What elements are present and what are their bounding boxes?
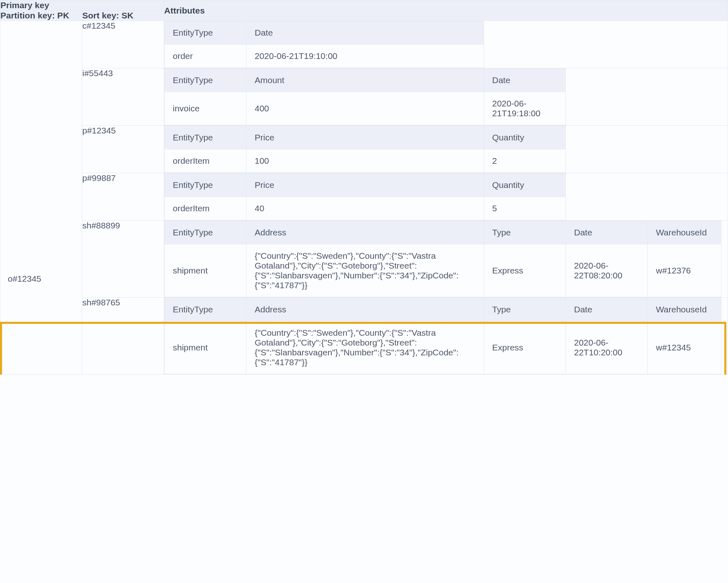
attributes-inner-table: EntityType Price Quantity orderItem 40 5 — [164, 173, 566, 220]
table-row: sh#88899 EntityType Address Type Date Wa… — [0, 221, 728, 298]
attr-header: Date — [566, 298, 648, 321]
attr-header: EntityType — [165, 221, 246, 244]
attr-value: 400 — [246, 92, 484, 125]
cell-attributes: EntityType Date order 2020-06-21T19:10:0… — [164, 21, 728, 68]
header-sort-key: Sort key: SK — [82, 11, 164, 21]
attr-header: EntityType — [165, 69, 246, 92]
attr-header: Quantity — [484, 174, 566, 197]
cell-attributes: EntityType Amount Date invoice 400 2020-… — [164, 68, 728, 126]
cell-attributes: EntityType Address Type Date WarehouseId… — [164, 221, 728, 298]
attr-value: orderItem — [165, 197, 246, 220]
cell-sort-key: p#12345 — [82, 126, 164, 173]
cell-attributes: EntityType Price Quantity orderItem 40 5 — [164, 173, 728, 221]
attr-value: order — [165, 45, 246, 68]
attr-header: EntityType — [165, 298, 246, 321]
attr-value: 100 — [246, 149, 484, 173]
cell-sort-key: i#55443 — [82, 68, 164, 126]
attr-value: w#12345 — [648, 321, 721, 374]
attr-header: Address — [246, 221, 484, 244]
attr-header: Price — [246, 174, 484, 197]
attributes-inner-table: EntityType Address Type Date WarehouseId… — [164, 298, 721, 374]
attr-value: 2 — [484, 149, 566, 173]
table-row: o#12345 c#12345 EntityType Date order 20… — [0, 21, 728, 68]
table-row: p#12345 EntityType Price Quantity orderI… — [0, 126, 728, 173]
header-attributes: Attributes — [164, 0, 728, 21]
attr-value: 5 — [484, 197, 566, 220]
attr-value: Express — [484, 321, 566, 374]
attr-value: Express — [484, 244, 566, 297]
partition-key-value: o#12345 — [8, 274, 77, 284]
attr-header: Date — [484, 69, 566, 92]
cell-sort-key: c#12345 — [82, 21, 164, 68]
cell-sort-key: p#99887 — [82, 173, 164, 221]
cell-partition-key: o#12345 — [0, 21, 82, 375]
attributes-inner-table: EntityType Amount Date invoice 400 2020-… — [164, 68, 566, 125]
attr-value: orderItem — [165, 149, 246, 173]
attr-header: WarehouseId — [648, 221, 721, 244]
attr-header: Date — [246, 21, 484, 45]
header-primary-key: Primary key — [0, 0, 164, 11]
attributes-inner-table: EntityType Date order 2020-06-21T19:10:0… — [164, 21, 484, 68]
attr-value: shipment — [165, 244, 246, 297]
header-partition-key: Partition key: PK — [0, 11, 82, 21]
attr-value: 40 — [246, 197, 484, 220]
attr-header: EntityType — [165, 174, 246, 197]
cell-sort-key: sh#98765 — [82, 298, 164, 375]
attr-value: 2020-06-22T10:20:00 — [566, 321, 648, 374]
attr-value: {"Country":{"S":"Sweden"},"County":{"S":… — [246, 321, 484, 374]
items-table: Primary key Attributes Partition key: PK… — [0, 0, 728, 375]
cell-attributes: EntityType Address Type Date WarehouseId… — [164, 298, 728, 375]
attr-header: Price — [246, 126, 484, 149]
attr-header: Date — [566, 221, 648, 244]
attr-header: Amount — [246, 69, 484, 92]
attributes-inner-table: EntityType Price Quantity orderItem 100 … — [164, 126, 566, 173]
attr-header: Quantity — [484, 126, 566, 149]
attr-header: EntityType — [165, 126, 246, 149]
attr-value: {"Country":{"S":"Sweden"},"County":{"S":… — [246, 244, 484, 297]
attr-value: 2020-06-21T19:10:00 — [246, 45, 484, 68]
attr-header: EntityType — [165, 21, 246, 45]
attr-value: 2020-06-21T19:18:00 — [484, 92, 566, 125]
attr-value: shipment — [165, 321, 246, 374]
table-row: sh#98765 EntityType Address Type Date Wa… — [0, 298, 728, 375]
table-row: p#99887 EntityType Price Quantity orderI… — [0, 173, 728, 221]
attr-header: WarehouseId — [648, 298, 721, 321]
cell-attributes: EntityType Price Quantity orderItem 100 … — [164, 126, 728, 173]
attr-header: Type — [484, 221, 566, 244]
table-wrapper: Primary key Attributes Partition key: PK… — [0, 0, 728, 375]
table-row: i#55443 EntityType Amount Date invoice 4… — [0, 68, 728, 126]
attr-value: 2020-06-22T08:20:00 — [566, 244, 648, 297]
attributes-inner-table: EntityType Address Type Date WarehouseId… — [164, 221, 721, 297]
attr-value: w#12376 — [648, 244, 721, 297]
cell-sort-key: sh#88899 — [82, 221, 164, 298]
attr-header: Address — [246, 298, 484, 321]
attr-header: Type — [484, 298, 566, 321]
attr-value: invoice — [165, 92, 246, 125]
